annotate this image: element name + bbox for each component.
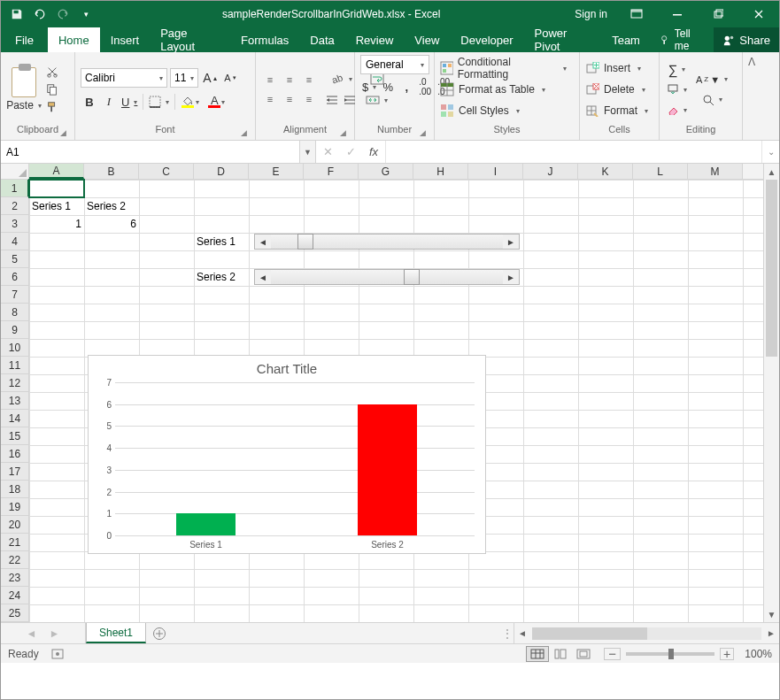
row-header-10[interactable]: 10 <box>1 339 29 357</box>
row-header-20[interactable]: 20 <box>1 516 29 534</box>
align-top-icon[interactable]: ≡ <box>261 71 279 88</box>
percent-format-icon[interactable]: % <box>379 78 397 96</box>
format-as-table-button[interactable]: Format as Table▾ <box>440 80 574 99</box>
ribbon-display-options-icon[interactable] <box>616 1 657 27</box>
font-size-combo[interactable]: 11▾ <box>170 68 198 88</box>
row-header-1[interactable]: 1 <box>1 180 29 197</box>
new-sheet-button[interactable] <box>146 623 173 643</box>
enter-formula-icon[interactable]: ✓ <box>339 145 362 158</box>
share-button[interactable]: Share <box>714 27 779 52</box>
tab-power-pivot[interactable]: Power Pivot <box>524 27 602 52</box>
column-header-C[interactable]: C <box>139 164 194 179</box>
font-color-button[interactable]: A ▾ <box>205 93 223 111</box>
horizontal-scroll-thumb[interactable] <box>532 627 647 640</box>
cell-B2[interactable]: Series 2 <box>84 197 139 215</box>
row-header-2[interactable]: 2 <box>1 197 29 215</box>
orientation-icon[interactable]: ab▾ <box>323 70 359 88</box>
cut-icon[interactable] <box>45 65 59 79</box>
cancel-formula-icon[interactable]: ✕ <box>316 145 339 158</box>
file-tab[interactable]: File <box>1 27 48 52</box>
column-header-K[interactable]: K <box>578 164 633 179</box>
row-header-25[interactable]: 25 <box>1 604 29 622</box>
find-select-icon[interactable]: ▾ <box>694 91 730 109</box>
copy-icon[interactable] <box>45 82 59 96</box>
align-right-icon[interactable]: ≡ <box>300 90 318 108</box>
redo-button[interactable] <box>52 4 73 25</box>
column-header-M[interactable]: M <box>688 164 743 179</box>
tab-page-layout[interactable]: Page Layout <box>150 27 230 52</box>
tab-scroll-splitter[interactable]: ⋮ <box>501 623 514 643</box>
fill-color-button[interactable]: ▾ <box>179 93 197 111</box>
sort-filter-icon[interactable]: AZ▼▾ <box>694 71 730 88</box>
borders-button[interactable]: ▾ <box>147 93 171 111</box>
clear-icon[interactable]: ▾ <box>665 101 689 119</box>
tab-home[interactable]: Home <box>48 27 100 52</box>
row-header-4[interactable]: 4 <box>1 233 29 250</box>
active-cell[interactable] <box>29 180 84 197</box>
autosum-icon[interactable]: ∑▾ <box>665 60 689 78</box>
zoom-level[interactable]: 100% <box>745 648 772 660</box>
row-header-5[interactable]: 5 <box>1 250 29 268</box>
cell-D4[interactable]: Series 1 <box>194 233 249 250</box>
restore-button[interactable] <box>698 1 738 27</box>
column-header-B[interactable]: B <box>84 164 139 179</box>
insert-cells-button[interactable]: Insert▾ <box>585 58 655 78</box>
accounting-format-icon[interactable]: $▾ <box>360 78 378 96</box>
embedded-chart[interactable]: Chart Title01234567Series 1Series 2 <box>88 355 486 554</box>
scrollbar-series1-left-arrow[interactable]: ◄ <box>255 235 271 249</box>
save-icon[interactable] <box>6 4 27 25</box>
scrollbar-series2-thumb[interactable] <box>404 269 420 285</box>
row-header-14[interactable]: 14 <box>1 410 29 427</box>
close-button[interactable] <box>738 1 779 27</box>
decrease-font-icon[interactable]: A▾ <box>221 69 239 87</box>
tab-insert[interactable]: Insert <box>100 27 151 52</box>
conditional-formatting-button[interactable]: Conditional Formatting▾ <box>440 58 574 78</box>
scroll-left-icon[interactable]: ◄ <box>514 628 530 638</box>
row-header-24[interactable]: 24 <box>1 587 29 604</box>
column-header-E[interactable]: E <box>249 164 304 179</box>
align-bottom-icon[interactable]: ≡ <box>300 71 318 88</box>
comma-format-icon[interactable]: , <box>398 78 415 96</box>
scroll-up-icon[interactable]: ▲ <box>764 164 779 180</box>
row-header-7[interactable]: 7 <box>1 286 29 304</box>
scrollbar-series1[interactable]: ◄► <box>254 234 520 250</box>
row-header-22[interactable]: 22 <box>1 551 29 569</box>
fill-icon[interactable]: ▾ <box>665 81 689 98</box>
sheet-nav-prev-icon[interactable]: ◄ <box>27 627 37 640</box>
undo-button[interactable] <box>29 4 50 25</box>
row-header-23[interactable]: 23 <box>1 569 29 587</box>
scroll-right-icon[interactable]: ► <box>763 628 779 638</box>
select-all-button[interactable] <box>1 164 29 179</box>
collapse-ribbon-icon[interactable]: ᐱ <box>743 52 761 140</box>
normal-view-icon[interactable] <box>526 646 549 662</box>
row-header-13[interactable]: 13 <box>1 392 29 410</box>
tab-review[interactable]: Review <box>345 27 405 52</box>
number-dialog-launcher[interactable]: ◢ <box>416 127 429 139</box>
column-header-G[interactable]: G <box>359 164 413 179</box>
alignment-dialog-launcher[interactable]: ◢ <box>336 127 349 139</box>
expand-formula-bar-icon[interactable]: ⌄ <box>761 141 779 163</box>
row-header-15[interactable]: 15 <box>1 427 29 445</box>
scrollbar-series1-thumb[interactable] <box>297 234 313 250</box>
macro-recording-icon[interactable] <box>51 648 64 660</box>
qat-customize-icon[interactable]: ▾ <box>75 4 97 25</box>
scroll-down-icon[interactable]: ▼ <box>764 606 779 622</box>
cell-styles-button[interactable]: Cell Styles▾ <box>440 101 574 120</box>
column-header-L[interactable]: L <box>633 164 688 179</box>
decrease-indent-icon[interactable] <box>323 91 341 109</box>
zoom-out-icon[interactable]: − <box>604 648 621 660</box>
align-middle-icon[interactable]: ≡ <box>281 71 298 88</box>
row-header-17[interactable]: 17 <box>1 463 29 481</box>
column-header-D[interactable]: D <box>194 164 249 179</box>
cells-area[interactable]: Series 1Series 216Series 1Series 2◄►◄►Ch… <box>29 180 763 622</box>
row-header-18[interactable]: 18 <box>1 481 29 498</box>
scrollbar-series2[interactable]: ◄► <box>254 269 520 285</box>
sheet-nav-next-icon[interactable]: ► <box>50 627 60 640</box>
row-header-12[interactable]: 12 <box>1 374 29 392</box>
vertical-scroll-thumb[interactable] <box>766 180 777 357</box>
font-name-combo[interactable]: Calibri▾ <box>81 68 167 88</box>
sheet-tab-active[interactable]: Sheet1 <box>86 623 146 643</box>
column-header-F[interactable]: F <box>304 164 359 179</box>
underline-button[interactable]: U▾ <box>120 93 139 111</box>
sign-in-link[interactable]: Sign in <box>566 1 616 27</box>
